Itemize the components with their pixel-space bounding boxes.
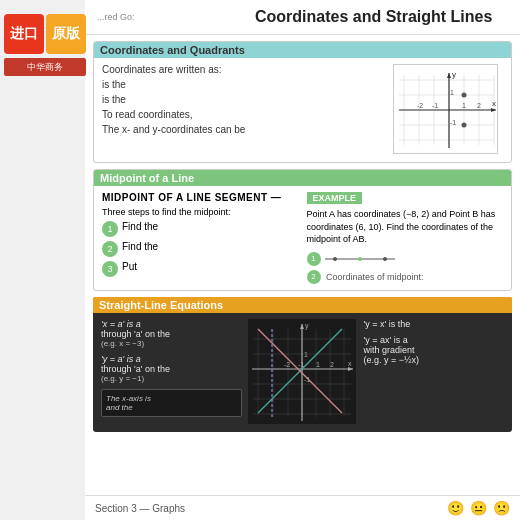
midpoint-subtitle: MIDPOINT OF A LINE SEGMENT — (102, 192, 299, 203)
footer-icons: 🙂 😐 🙁 (447, 500, 510, 516)
svg-text:2: 2 (330, 361, 334, 368)
svg-point-29 (358, 257, 362, 261)
example-label: EXAMPLE (307, 192, 363, 204)
step1-text: Find the (122, 221, 158, 232)
midpoint-left: MIDPOINT OF A LINE SEGMENT — Three steps… (102, 192, 299, 284)
publisher-label: 中华商务 (4, 58, 86, 76)
section-coordinates: Coordinates and Quadrants Coordinates ar… (93, 41, 512, 163)
example-text: Point A has coordinates (−8, 2) and Poin… (307, 208, 504, 246)
straight-section-header: Straight-Line Equations (93, 297, 512, 313)
svg-text:1: 1 (462, 102, 466, 109)
num-circle-2-inline: 2 (307, 270, 321, 284)
watermark: 进口 原版 中华商务 (0, 0, 90, 90)
eq4-item: 'y = ax' is a with gradient (e.g. y = −½… (364, 335, 505, 365)
gradient-example: (e.g. y = −½x) (364, 355, 505, 365)
svg-text:-2: -2 (417, 102, 423, 109)
svg-text:x: x (348, 360, 352, 367)
coords-line3: is the (102, 94, 385, 105)
straight-right: 'y = x' is the 'y = ax' is a with gradie… (364, 319, 505, 371)
nav-text: ...red Go: (97, 12, 135, 22)
svg-text:-1: -1 (432, 102, 438, 109)
section-midpoint: Midpoint of a Line MIDPOINT OF A LINE SE… (93, 169, 512, 291)
step1-circle: 1 (102, 221, 118, 237)
midpoint-section-header: Midpoint of a Line (94, 170, 511, 186)
eq2-detail: through 'a' on the (101, 364, 242, 374)
section-straight-lines: Straight-Line Equations 'x = a' is a thr… (93, 297, 512, 432)
step2-circle: 2 (102, 241, 118, 257)
page-footer: Section 3 — Graphs 🙂 😐 🙁 (85, 495, 520, 520)
import-badge: 进口 (4, 14, 44, 54)
eq1-example: (e.g. x = −3) (101, 339, 242, 348)
step2-text: Find the (122, 241, 158, 252)
svg-point-24 (462, 93, 467, 98)
midpoint-step3: 3 Put (102, 261, 299, 277)
midpoint-step1: 1 Find the (102, 221, 299, 237)
svg-text:1: 1 (304, 351, 308, 358)
page-title: Coordinates and Straight Lines (239, 8, 508, 26)
straight-left: 'x = a' is a through 'a' on the (e.g. x … (101, 319, 242, 417)
midpoint-answer: 2 Coordinates of midpoint: (307, 270, 504, 284)
eq4-label: 'y = ax' is a (364, 335, 505, 345)
step3-text: Put (122, 261, 137, 272)
svg-text:1: 1 (450, 89, 454, 96)
coords-text: Coordinates are written as: is the is th… (102, 64, 385, 156)
eq2-formula: 'y = a' is a (101, 354, 242, 364)
smiley-neutral-icon[interactable]: 😐 (470, 500, 487, 516)
num-circle-1: 1 (307, 252, 321, 266)
coords-line4: To read coordinates, (102, 109, 385, 120)
eq3-item: 'y = x' is the (364, 319, 505, 329)
eq3-label: 'y = x' is the (364, 319, 505, 329)
axis-box: The x-axis is and the (101, 389, 242, 417)
svg-text:1: 1 (316, 361, 320, 368)
straight-line-graph-svg: x y -2 -1 1 2 1 -1 (248, 319, 356, 424)
coords-line2: is the (102, 79, 385, 90)
coordinate-grid-svg: x y -2 -1 1 2 1 -1 (393, 64, 498, 154)
eq1-formula: 'x = a' is a (101, 319, 242, 329)
straight-eq1: 'x = a' is a through 'a' on the (e.g. x … (101, 319, 242, 348)
gradient-label: with gradient (364, 345, 505, 355)
axis-and: and the (106, 403, 237, 412)
number-line-svg (325, 253, 395, 265)
header-nav: ...red Go: (97, 12, 231, 22)
axis-label: The x-axis is (106, 394, 237, 403)
midpoint-right: EXAMPLE Point A has coordinates (−8, 2) … (307, 192, 504, 284)
number-line: 1 (307, 252, 504, 266)
smiley-happy-icon[interactable]: 🙂 (447, 500, 464, 516)
svg-text:-1: -1 (450, 119, 456, 126)
smiley-sad-icon[interactable]: 🙁 (493, 500, 510, 516)
svg-text:2: 2 (477, 102, 481, 109)
main-content: ...red Go: Coordinates and Straight Line… (85, 0, 520, 520)
page-header: ...red Go: Coordinates and Straight Line… (85, 0, 520, 35)
svg-marker-14 (491, 108, 496, 112)
eq1-detail: through 'a' on the (101, 329, 242, 339)
svg-point-27 (333, 257, 337, 261)
svg-marker-15 (447, 73, 451, 78)
original-badge: 原版 (46, 14, 86, 54)
midpoint-intro: Three steps to find the midpoint: (102, 207, 299, 217)
midpoint-label-text: Coordinates of midpoint: (326, 271, 424, 281)
midpoint-step2: 2 Find the (102, 241, 299, 257)
straight-center-graph: x y -2 -1 1 2 1 -1 (248, 319, 358, 426)
svg-text:x: x (492, 99, 496, 108)
footer-section-label: Section 3 — Graphs (95, 503, 185, 514)
svg-text:-1: -1 (298, 361, 304, 368)
svg-text:-1: -1 (304, 376, 310, 383)
svg-point-28 (383, 257, 387, 261)
coords-line5: The x- and y-coordinates can be (102, 124, 385, 135)
straight-eq2: 'y = a' is a through 'a' on the (e.g. y … (101, 354, 242, 383)
svg-text:y: y (305, 322, 309, 330)
coords-graph: x y -2 -1 1 2 1 -1 (393, 64, 503, 156)
coords-section-header: Coordinates and Quadrants (94, 42, 511, 58)
eq2-example: (e.g. y = −1) (101, 374, 242, 383)
svg-text:y: y (452, 70, 456, 79)
svg-point-25 (462, 123, 467, 128)
step3-circle: 3 (102, 261, 118, 277)
svg-text:-2: -2 (284, 361, 290, 368)
coords-line1: Coordinates are written as: (102, 64, 385, 75)
